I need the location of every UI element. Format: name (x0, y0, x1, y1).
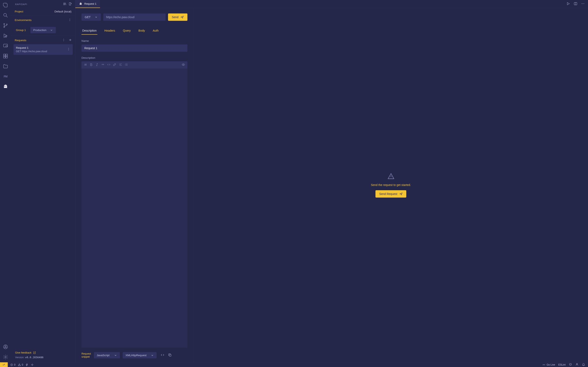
panel-title: RAPIDAPI (15, 3, 27, 6)
version-label: Version: v0.0.2656486 (15, 356, 71, 359)
url-input[interactable] (103, 13, 166, 21)
more-actions-icon[interactable] (581, 2, 585, 6)
name-input[interactable] (81, 44, 187, 52)
request-item[interactable]: Request 1 GET https://echo.paw.cloud (13, 44, 73, 55)
send-button[interactable]: Send (168, 13, 187, 21)
run-icon[interactable] (566, 2, 570, 6)
chevron-down-icon (50, 29, 53, 32)
tab-auth[interactable]: Auth (152, 27, 159, 35)
tab-title: Request 1 (84, 2, 96, 5)
project-label: Project (15, 10, 23, 13)
problems-errors[interactable]: 0 (10, 363, 16, 366)
external-link-icon (33, 351, 36, 354)
chevron-down-icon (95, 16, 98, 18)
rapidapi-icon[interactable] (2, 83, 9, 90)
send-request-button[interactable]: Send Request (375, 190, 406, 198)
remote-explorer-icon[interactable] (2, 43, 9, 49)
eslint-status[interactable]: ESLint (558, 363, 566, 366)
search-icon[interactable] (2, 12, 9, 18)
tab-body[interactable]: Body (138, 27, 146, 35)
add-request-icon[interactable] (69, 38, 72, 42)
copy-snippet-icon[interactable] (168, 353, 172, 358)
quote-icon[interactable] (102, 63, 105, 67)
tab-description[interactable]: Description (81, 27, 97, 35)
environments-label: Environments (15, 18, 32, 22)
request-item-name: Request 1 (16, 46, 47, 49)
request-item-sub: GET https://echo.paw.cloud (16, 50, 47, 53)
activity-bar: FM (0, 0, 11, 362)
code-icon[interactable] (107, 63, 111, 67)
name-field-label: Name (81, 39, 187, 42)
bold-icon[interactable] (90, 63, 93, 67)
ghost-icon (79, 2, 82, 6)
target-icon[interactable] (31, 363, 34, 366)
import-icon[interactable] (69, 2, 72, 6)
description-toolbar (81, 61, 187, 68)
send-icon (181, 16, 184, 19)
italic-icon[interactable] (95, 63, 99, 67)
ordered-list-icon[interactable] (125, 63, 128, 67)
extensions-icon[interactable] (2, 53, 9, 59)
live-share-icon[interactable] (575, 363, 579, 367)
side-panel: RAPIDAPI Project Default (local) Environ… (11, 0, 75, 362)
status-bar: 0 0 Go Live ESLint (0, 362, 588, 367)
env-group[interactable]: Group 1 (14, 27, 28, 33)
accounts-icon[interactable] (2, 344, 9, 350)
requests-label: Requests (15, 39, 26, 42)
settings-icon[interactable] (2, 354, 9, 360)
view-code-icon[interactable] (161, 353, 164, 358)
copilot-icon[interactable] (569, 363, 572, 367)
go-live[interactable]: Go Live (542, 363, 555, 366)
http-method-select[interactable]: GET (81, 13, 101, 21)
link-icon[interactable] (113, 63, 116, 67)
chevron-down-icon (114, 354, 117, 357)
tab-headers[interactable]: Headers (104, 27, 116, 35)
requests-more-icon[interactable] (62, 38, 65, 42)
run-debug-icon[interactable] (2, 33, 9, 39)
editor-tab[interactable]: Request 1 (75, 0, 100, 8)
remote-indicator[interactable] (0, 362, 8, 367)
snippet-lang-select[interactable]: JavaScript (94, 352, 120, 359)
ports-icon[interactable] (26, 363, 28, 366)
align-left-icon[interactable] (119, 63, 122, 67)
give-feedback-link[interactable]: Give feedback (15, 351, 71, 354)
fm-icon[interactable]: FM (2, 73, 9, 80)
warning-icon (388, 173, 394, 180)
environments-more-icon[interactable] (68, 18, 71, 22)
library-icon[interactable] (63, 2, 67, 6)
heading-icon[interactable] (84, 63, 87, 67)
snippet-lib-select[interactable]: XMLHttpRequest (123, 352, 157, 359)
notifications-icon[interactable] (582, 363, 585, 367)
description-field-label: Description (81, 56, 187, 59)
response-empty-message: Send the request to get started. (371, 183, 411, 187)
source-control-icon[interactable] (2, 22, 9, 29)
env-select[interactable]: Production (30, 27, 56, 33)
folder-icon[interactable] (2, 63, 9, 69)
explorer-icon[interactable] (2, 2, 9, 8)
preview-icon[interactable] (182, 63, 185, 67)
response-panel: Send the request to get started. Send Re… (194, 8, 588, 362)
request-item-more-icon[interactable] (67, 46, 70, 51)
send-icon (399, 192, 403, 196)
split-editor-icon[interactable] (574, 2, 577, 6)
problems-warnings[interactable]: 0 (18, 363, 23, 366)
project-value[interactable]: Default (local) (54, 10, 71, 13)
tab-query[interactable]: Query (122, 27, 131, 35)
description-editor[interactable] (81, 68, 187, 348)
env-selected-label: Production (33, 29, 47, 32)
chevron-down-icon (151, 354, 154, 357)
snippet-label: Requestsnippet (81, 352, 91, 359)
